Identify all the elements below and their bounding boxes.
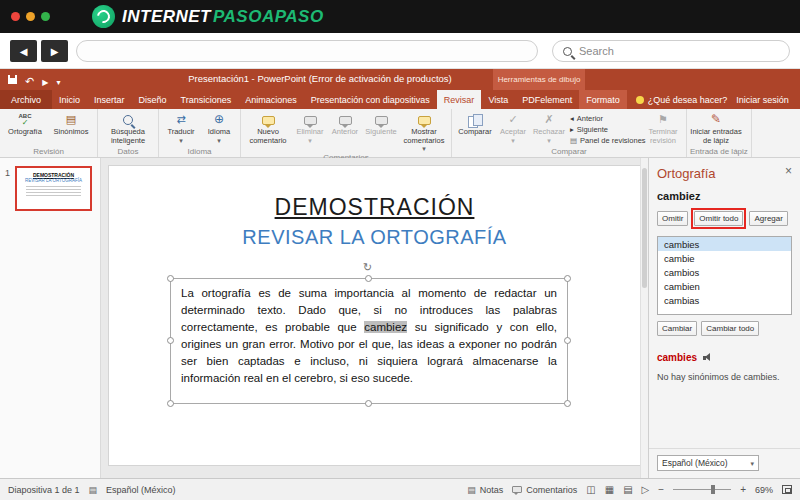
reading-view-icon[interactable] — [623, 484, 632, 495]
suggestion-item[interactable]: cambios — [658, 265, 791, 279]
tab-insertar[interactable]: Insertar — [87, 90, 132, 109]
previous-change-icon — [570, 114, 574, 123]
status-language[interactable]: Español (México) — [106, 485, 176, 495]
previous-change-button[interactable]: Anterior — [570, 114, 640, 123]
ribbon: Ortografía Sinónimos Revisión Búsqueda i… — [0, 109, 800, 158]
slideshow-view-icon[interactable] — [642, 484, 650, 495]
tab-revisar[interactable]: Revisar — [437, 90, 482, 109]
maximize-window-icon[interactable] — [41, 12, 50, 21]
tab-archivo[interactable]: Archivo — [0, 90, 52, 109]
zoom-percentage[interactable]: 69% — [755, 485, 773, 495]
close-window-icon[interactable] — [11, 12, 20, 21]
search-box[interactable] — [552, 40, 790, 62]
resize-handle-top[interactable] — [365, 275, 372, 282]
zoom-slider[interactable] — [673, 489, 731, 490]
language-selector[interactable]: Español (México) — [657, 455, 759, 471]
show-comments-icon — [418, 116, 431, 125]
tab-presentacion-con-diapositivas[interactable]: Presentación con diapositivas — [304, 90, 437, 109]
previous-comment-button[interactable]: Anterior — [328, 111, 362, 137]
language-button[interactable]: Idioma — [201, 111, 237, 144]
accept-button[interactable]: Aceptar — [496, 111, 530, 144]
resize-handle-left[interactable] — [167, 337, 174, 344]
tab-inicio[interactable]: Inicio — [52, 90, 87, 109]
misspelled-word[interactable]: cambiez — [364, 321, 407, 333]
slide-text-box[interactable]: La ortografía es de suma importancia al … — [170, 278, 568, 404]
translate-button[interactable]: Traducir — [162, 111, 200, 144]
resize-handle-top-left[interactable] — [167, 275, 174, 282]
comments-toggle[interactable]: Comentarios — [512, 485, 577, 495]
add-button[interactable]: Agregar — [749, 211, 787, 226]
change-button[interactable]: Cambiar — [657, 321, 697, 336]
proofing-status-icon[interactable] — [89, 485, 98, 495]
undo-icon[interactable] — [25, 71, 34, 89]
start-inking-label: Iniciar entradas de lápiz — [690, 128, 742, 145]
slide-subtitle[interactable]: REVISAR LA ORTOGRAFÍA — [109, 226, 640, 249]
suggestions-list: cambies cambie cambios cambien cambias — [657, 236, 792, 315]
forward-button[interactable] — [41, 40, 68, 62]
resize-handle-bottom[interactable] — [365, 400, 372, 407]
thesaurus-button[interactable]: Sinónimos — [48, 111, 94, 137]
fit-slide-to-window-icon[interactable] — [782, 485, 792, 494]
normal-view-icon[interactable] — [586, 484, 595, 495]
zoom-out-icon[interactable] — [658, 484, 664, 495]
search-input[interactable] — [579, 45, 769, 57]
minimize-window-icon[interactable] — [26, 12, 35, 21]
notes-toggle[interactable]: Notas — [467, 485, 503, 495]
group-comparar: Comparar Aceptar Rechazar Anterior Sigui… — [452, 109, 687, 157]
change-all-button[interactable]: Cambiar todo — [701, 321, 759, 336]
address-bar[interactable] — [76, 40, 538, 62]
brand-word-internet: INTERNET — [122, 7, 211, 26]
compare-button[interactable]: Comparar — [455, 111, 495, 137]
sign-in-link[interactable]: Iniciar sesión — [736, 95, 789, 105]
suggestion-item[interactable]: cambie — [658, 251, 791, 265]
suggestion-item[interactable]: cambien — [658, 279, 791, 293]
tab-vista[interactable]: Vista — [481, 90, 515, 109]
ignore-button[interactable]: Omitir — [657, 211, 688, 226]
start-inking-button[interactable]: Iniciar entradas de lápiz — [690, 111, 742, 145]
spelling-button[interactable]: Ortografía — [3, 111, 47, 137]
speaker-icon[interactable] — [703, 353, 714, 362]
suggestion-item[interactable]: cambies — [658, 237, 791, 251]
slide-thumbnail[interactable]: DEMOSTRACIÓN REVISAR LA ORTOGRAFÍA — [15, 166, 92, 211]
zoom-in-icon[interactable] — [740, 484, 746, 495]
slide-sorter-view-icon[interactable] — [605, 484, 614, 495]
ignore-all-button[interactable]: Omitir todo — [694, 211, 743, 226]
next-change-label: Siguiente — [577, 125, 608, 134]
resize-handle-right[interactable] — [564, 337, 571, 344]
resize-handle-top-right[interactable] — [564, 275, 571, 282]
back-button[interactable] — [10, 40, 37, 62]
close-pane-icon[interactable] — [785, 164, 792, 178]
pronounce-word: cambies — [657, 352, 697, 363]
tab-transiciones[interactable]: Transiciones — [174, 90, 239, 109]
reject-icon — [544, 112, 553, 127]
next-change-icon — [570, 125, 574, 134]
next-change-button[interactable]: Siguiente — [570, 125, 640, 134]
resize-handle-bottom-left[interactable] — [167, 400, 174, 407]
tab-formato[interactable]: Formato — [579, 90, 627, 109]
start-slideshow-icon[interactable] — [42, 71, 48, 89]
search-icon — [563, 47, 572, 56]
zoom-slider-handle[interactable] — [711, 485, 715, 494]
reject-button[interactable]: Rechazar — [531, 111, 567, 144]
scrollbar-thumb[interactable] — [642, 168, 647, 288]
end-review-button[interactable]: Terminar revisión — [643, 111, 683, 145]
rotate-handle-icon[interactable] — [363, 262, 372, 273]
show-comments-button[interactable]: Mostrar comentarios — [400, 111, 448, 152]
delete-comment-button[interactable]: Eliminar — [293, 111, 327, 144]
new-comment-button[interactable]: Nuevo comentario — [244, 111, 292, 145]
slide-canvas[interactable]: DEMOSTRACIÓN REVISAR LA ORTOGRAFÍA La or… — [109, 166, 640, 465]
next-comment-button[interactable]: Siguiente — [363, 111, 399, 137]
smart-lookup-button[interactable]: Búsqueda inteligente — [101, 111, 155, 145]
tell-me-label: ¿Qué desea hacer? — [648, 95, 728, 105]
tell-me-box[interactable]: ¿Qué desea hacer? — [627, 90, 737, 109]
resize-handle-bottom-right[interactable] — [564, 400, 571, 407]
tab-pdfelement[interactable]: PDFelement — [515, 90, 579, 109]
save-icon[interactable] — [8, 75, 17, 84]
suggestion-item[interactable]: cambias — [658, 293, 791, 307]
tab-diseno[interactable]: Diseño — [132, 90, 174, 109]
vertical-scrollbar[interactable] — [640, 158, 648, 478]
tab-animaciones[interactable]: Animaciones — [238, 90, 304, 109]
delete-comment-icon — [304, 116, 317, 125]
slide-title[interactable]: DEMOSTRACIÓN — [109, 194, 640, 221]
reviewing-pane-button[interactable]: Panel de revisiones — [570, 136, 640, 145]
